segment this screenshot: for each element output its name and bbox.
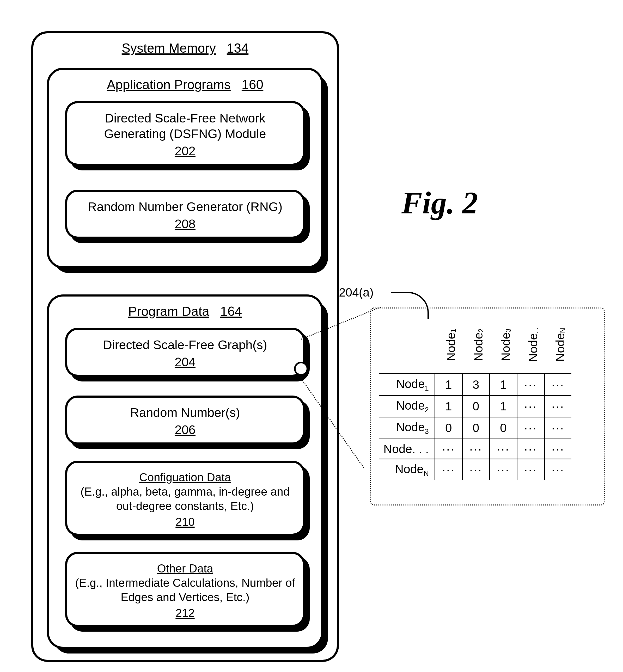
program-data-title-text: Program Data [128, 304, 209, 319]
matrix-cell: ··· [544, 417, 571, 439]
dsfng-module-box: Directed Scale-Free Network Generating (… [65, 101, 305, 166]
matrix-cell: ··· [435, 439, 462, 459]
matrix-row: Node2 1 0 1 ··· ··· [379, 396, 571, 417]
application-programs-num: 160 [242, 78, 263, 92]
random-numbers-label: Random Number(s) [130, 406, 240, 420]
rng-label: Random Number Generator (RNG) [88, 200, 283, 214]
directed-graph-num: 204 [175, 355, 196, 370]
random-numbers-num: 206 [175, 422, 196, 438]
matrix-col-header: Node. . [517, 315, 544, 374]
matrix-cell: 1 [489, 396, 517, 417]
system-memory-num: 134 [227, 41, 248, 56]
callout-source-marker [294, 362, 308, 376]
matrix-cell: ··· [489, 439, 517, 459]
application-programs-title-text: Application Programs [107, 78, 231, 92]
matrix-cell: 3 [462, 374, 489, 396]
matrix-cell: ··· [544, 374, 571, 396]
matrix-row: Node3 0 0 0 ··· ··· [379, 417, 571, 439]
matrix-cell: 1 [435, 374, 462, 396]
matrix-cell: 0 [489, 417, 517, 439]
matrix-cell: ··· [517, 417, 544, 439]
matrix-cell: ··· [544, 459, 571, 480]
dsfng-label: Directed Scale-Free Network Generating (… [104, 111, 266, 141]
config-data-box: Configuation Data (E.g., alpha, beta, ga… [65, 461, 305, 536]
matrix-cell: ··· [517, 396, 544, 417]
other-data-title: Other Data [157, 562, 213, 575]
matrix-header-row: Node1 Node2 Node3 Node. . NodeN [379, 315, 571, 374]
program-data-panel: Program Data 164 Directed Scale-Free Gra… [47, 295, 323, 649]
rng-box: Random Number Generator (RNG) 208 [65, 190, 305, 239]
matrix-col-header: NodeN [544, 315, 571, 374]
matrix-cell: 1 [435, 396, 462, 417]
matrix-row: NodeN ··· ··· ··· ··· ··· [379, 459, 571, 480]
other-data-desc: (E.g., Intermediate Calculations, Number… [75, 576, 295, 604]
other-data-box: Other Data (E.g., Intermediate Calculati… [65, 552, 305, 627]
matrix-cell: ··· [462, 459, 489, 480]
adjacency-matrix: Node1 Node2 Node3 Node. . NodeN Node1 1 … [379, 315, 571, 480]
matrix-row: Node. . . ··· ··· ··· ··· ··· [379, 439, 571, 459]
matrix-cell: 0 [462, 396, 489, 417]
matrix-cell: ··· [544, 396, 571, 417]
application-programs-panel: Application Programs 160 Directed Scale-… [47, 68, 323, 268]
matrix-row-header: NodeN [379, 459, 435, 480]
matrix-cell: 1 [489, 374, 517, 396]
matrix-row-header: Node1 [379, 374, 435, 396]
other-data-num: 212 [175, 606, 195, 620]
dsfng-num: 202 [175, 143, 196, 159]
matrix-cell: ··· [544, 439, 571, 459]
matrix-cell: ··· [489, 459, 517, 480]
matrix-col-header: Node3 [489, 315, 517, 374]
matrix-cell: ··· [517, 439, 544, 459]
matrix-row-header: Node2 [379, 396, 435, 417]
application-programs-title: Application Programs 160 [49, 78, 321, 92]
figure-caption: Fig. 2 [402, 185, 478, 221]
system-memory-title: System Memory 134 [33, 41, 337, 56]
matrix-cell: ··· [462, 439, 489, 459]
matrix-cell: ··· [517, 459, 544, 480]
random-numbers-box: Random Number(s) 206 [65, 396, 305, 445]
program-data-num: 164 [220, 304, 242, 319]
matrix-cell: ··· [435, 459, 462, 480]
matrix-row-header: Node. . . [379, 439, 435, 459]
matrix-cell: 0 [462, 417, 489, 439]
matrix-row-header: Node3 [379, 417, 435, 439]
rng-num: 208 [175, 216, 196, 232]
config-data-desc: (E.g., alpha, beta, gamma, in-degree and… [81, 485, 290, 512]
program-data-title: Program Data 164 [49, 304, 321, 319]
matrix-cell: 0 [435, 417, 462, 439]
matrix-row: Node1 1 3 1 ··· ··· [379, 374, 571, 396]
system-memory-title-text: System Memory [122, 41, 216, 56]
config-data-title: Configuation Data [139, 471, 231, 484]
matrix-cell: ··· [517, 374, 544, 396]
directed-graph-label: Directed Scale-Free Graph(s) [103, 338, 267, 352]
config-data-num: 210 [175, 515, 195, 529]
callout-label: 204(a) [339, 285, 374, 299]
matrix-col-header: Node2 [462, 315, 489, 374]
directed-graph-box: Directed Scale-Free Graph(s) 204 [65, 328, 305, 377]
matrix-col-header: Node1 [435, 315, 462, 374]
